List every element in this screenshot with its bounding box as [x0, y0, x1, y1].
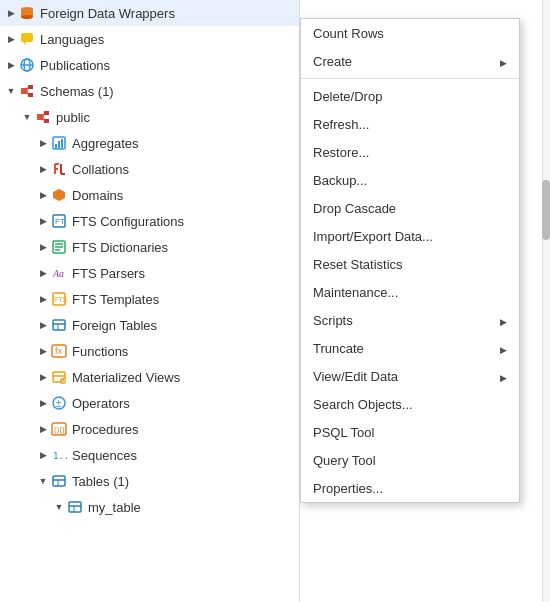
tree-chevron[interactable] — [36, 162, 50, 176]
menu-item-import-export[interactable]: Import/Export Data... — [301, 222, 519, 250]
menu-label-query-tool: Query Tool — [313, 453, 376, 468]
tree-item-domains[interactable]: Domains — [0, 182, 299, 208]
svg-rect-13 — [37, 114, 43, 120]
svg-rect-8 — [21, 88, 27, 94]
tree-chevron[interactable] — [36, 266, 50, 280]
menu-label-count-rows: Count Rows — [313, 26, 384, 41]
functions-icon: fx — [50, 342, 68, 360]
tree-chevron[interactable] — [36, 448, 50, 462]
fts-templates-label: FTS Templates — [72, 292, 295, 307]
tree-chevron[interactable] — [36, 136, 50, 150]
svg-line-11 — [27, 87, 28, 91]
tree-item-aggregates[interactable]: Aggregates — [0, 130, 299, 156]
menu-item-query-tool[interactable]: Query Tool — [301, 446, 519, 474]
tree-item-procedures[interactable]: (){}Procedures — [0, 416, 299, 442]
menu-label-scripts: Scripts — [313, 313, 353, 328]
operators-label: Operators — [72, 396, 295, 411]
menu-label-import-export: Import/Export Data... — [313, 229, 433, 244]
menu-submenu-arrow — [500, 54, 507, 69]
tree-item-fts-configurations[interactable]: FTFTS Configurations — [0, 208, 299, 234]
tree-chevron[interactable] — [36, 240, 50, 254]
tree-item-my-table[interactable]: my_table — [0, 494, 299, 520]
menu-label-search-objects: Search Objects... — [313, 397, 413, 412]
tree-chevron[interactable] — [36, 396, 50, 410]
tree-chevron[interactable] — [36, 344, 50, 358]
schemas-label: Schemas (1) — [40, 84, 295, 99]
tree-item-languages[interactable]: Languages — [0, 26, 299, 52]
tree-item-foreign-data-wrappers[interactable]: Foreign Data Wrappers — [0, 0, 299, 26]
svg-rect-19 — [55, 144, 57, 148]
tree-item-schemas[interactable]: Schemas (1) — [0, 78, 299, 104]
tree-chevron[interactable] — [36, 318, 50, 332]
menu-item-psql-tool[interactable]: PSQL Tool — [301, 418, 519, 446]
menu-item-maintenance[interactable]: Maintenance... — [301, 278, 519, 306]
public-label: public — [56, 110, 295, 125]
tree-chevron[interactable] — [36, 422, 50, 436]
menu-item-scripts[interactable]: Scripts — [301, 306, 519, 334]
menu-item-delete-drop[interactable]: Delete/Drop — [301, 82, 519, 110]
menu-item-restore[interactable]: Restore... — [301, 138, 519, 166]
menu-item-create[interactable]: Create — [301, 47, 519, 75]
menu-item-count-rows[interactable]: Count Rows — [301, 19, 519, 47]
domains-label: Domains — [72, 188, 295, 203]
tree-item-collations[interactable]: Collations — [0, 156, 299, 182]
menu-label-restore: Restore... — [313, 145, 369, 160]
tree-item-fts-templates[interactable]: FTSFTS Templates — [0, 286, 299, 312]
menu-submenu-arrow — [500, 341, 507, 356]
svg-line-12 — [27, 91, 28, 95]
my-table-label: my_table — [88, 500, 295, 515]
tree-chevron[interactable] — [36, 292, 50, 306]
tree-item-fts-dictionaries[interactable]: FTS Dictionaries — [0, 234, 299, 260]
menu-item-truncate[interactable]: Truncate — [301, 334, 519, 362]
menu-item-search-objects[interactable]: Search Objects... — [301, 390, 519, 418]
schemas-icon — [18, 82, 36, 100]
aggregates-label: Aggregates — [72, 136, 295, 151]
procedures-icon: (){} — [50, 420, 68, 438]
tree-item-public[interactable]: public — [0, 104, 299, 130]
menu-item-backup[interactable]: Backup... — [301, 166, 519, 194]
tree-chevron[interactable] — [20, 110, 34, 124]
menu-item-refresh[interactable]: Refresh... — [301, 110, 519, 138]
svg-line-17 — [43, 117, 44, 121]
tree-item-fts-parsers[interactable]: AaFTS Parsers — [0, 260, 299, 286]
menu-label-truncate: Truncate — [313, 341, 364, 356]
menu-label-reset-statistics: Reset Statistics — [313, 257, 403, 272]
svg-marker-4 — [23, 42, 26, 45]
svg-text:FT: FT — [55, 217, 65, 226]
tree-item-operators[interactable]: ±Operators — [0, 390, 299, 416]
menu-item-view-edit-data[interactable]: View/Edit Data — [301, 362, 519, 390]
tree-chevron[interactable] — [36, 188, 50, 202]
menu-item-drop-cascade[interactable]: Drop Cascade — [301, 194, 519, 222]
svg-text:Aa: Aa — [52, 268, 64, 279]
scrollbar[interactable] — [542, 0, 550, 602]
svg-rect-21 — [61, 139, 63, 148]
tree-chevron[interactable] — [4, 84, 18, 98]
menu-label-properties: Properties... — [313, 481, 383, 496]
tree-item-tables[interactable]: Tables (1) — [0, 468, 299, 494]
fts-configurations-label: FTS Configurations — [72, 214, 295, 229]
menu-item-properties[interactable]: Properties... — [301, 474, 519, 502]
tree-chevron[interactable] — [36, 214, 50, 228]
menu-submenu-arrow — [500, 369, 507, 384]
menu-label-maintenance: Maintenance... — [313, 285, 398, 300]
menu-label-psql-tool: PSQL Tool — [313, 425, 374, 440]
tree-item-publications[interactable]: Publications — [0, 52, 299, 78]
tables-icon — [50, 472, 68, 490]
foreign-data-wrappers-icon — [18, 4, 36, 22]
publications-icon — [18, 56, 36, 74]
tree-item-functions[interactable]: fxFunctions — [0, 338, 299, 364]
tree-item-sequences[interactable]: 1..3Sequences — [0, 442, 299, 468]
tree-chevron[interactable] — [36, 370, 50, 384]
tree-chevron[interactable] — [52, 500, 66, 514]
tree-chevron[interactable] — [4, 32, 18, 46]
tree-item-materialized-views[interactable]: MMaterialized Views — [0, 364, 299, 390]
tree-chevron[interactable] — [36, 474, 50, 488]
tree-panel: Foreign Data WrappersLanguagesPublicatio… — [0, 0, 300, 602]
scrollbar-thumb[interactable] — [542, 180, 550, 240]
menu-item-reset-statistics[interactable]: Reset Statistics — [301, 250, 519, 278]
tree-chevron[interactable] — [4, 6, 18, 20]
tree-chevron[interactable] — [4, 58, 18, 72]
my-table-icon — [66, 498, 84, 516]
fts-templates-icon: FTS — [50, 290, 68, 308]
tree-item-foreign-tables[interactable]: Foreign Tables — [0, 312, 299, 338]
